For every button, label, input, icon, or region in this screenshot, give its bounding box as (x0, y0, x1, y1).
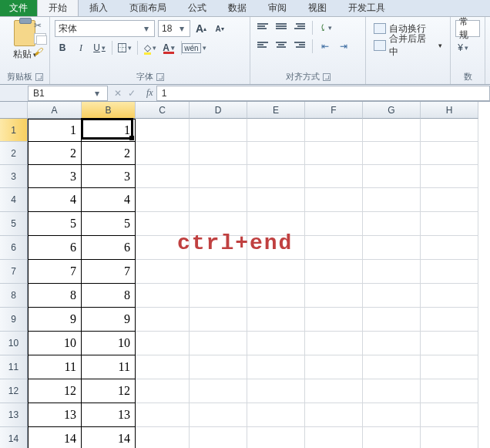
cell-F12[interactable] (305, 379, 363, 403)
cell-G4[interactable] (363, 188, 421, 212)
accept-icon[interactable]: ✓ (128, 88, 136, 99)
cell-H3[interactable] (421, 165, 478, 188)
cell-G9[interactable] (363, 308, 421, 332)
cell-E13[interactable] (247, 403, 305, 427)
cell-A10[interactable]: 10 (28, 332, 82, 355)
increase-font-button[interactable]: A▴ (193, 21, 209, 36)
cell-A11[interactable]: 11 (28, 355, 82, 379)
tab-review[interactable]: 审阅 (257, 0, 297, 16)
cell-E7[interactable] (247, 260, 305, 284)
cell-F10[interactable] (305, 332, 363, 355)
cell-A8[interactable]: 8 (28, 284, 82, 308)
border-button[interactable] (117, 40, 133, 56)
cell-E1[interactable] (247, 119, 305, 142)
font-name-combo[interactable]: 宋体▾ (55, 20, 155, 37)
name-box[interactable]: B1▾ (28, 86, 108, 101)
cell-D1[interactable] (190, 119, 247, 142)
cell-A9[interactable]: 9 (28, 308, 82, 332)
cell-A5[interactable]: 5 (28, 212, 82, 236)
column-header-G[interactable]: G (363, 102, 421, 119)
cell-B12[interactable]: 12 (82, 379, 136, 403)
cell-B2[interactable]: 2 (82, 142, 136, 165)
align-middle-button[interactable] (274, 20, 289, 35)
cell-F13[interactable] (305, 403, 363, 427)
cell-F6[interactable] (305, 236, 363, 260)
cell-H12[interactable] (421, 379, 478, 403)
cell-G8[interactable] (363, 284, 421, 308)
cell-H1[interactable] (421, 119, 478, 142)
row-header-1[interactable]: 1 (0, 119, 28, 142)
cell-F7[interactable] (305, 260, 363, 284)
orientation-button[interactable]: ⤹ (317, 20, 333, 35)
cell-C10[interactable] (136, 332, 190, 355)
cell-E2[interactable] (247, 142, 305, 165)
row-header-3[interactable]: 3 (0, 165, 28, 188)
cell-F3[interactable] (305, 165, 363, 188)
cell-A14[interactable]: 14 (28, 427, 82, 448)
bold-button[interactable]: B (55, 40, 70, 56)
cell-G11[interactable] (363, 355, 421, 379)
cell-C8[interactable] (136, 284, 190, 308)
row-header-11[interactable]: 11 (0, 355, 28, 379)
cell-E9[interactable] (247, 308, 305, 332)
cell-G2[interactable] (363, 142, 421, 165)
cells-area[interactable]: 11223344556677889910101111121213131414 (28, 119, 490, 448)
cell-E14[interactable] (247, 427, 305, 448)
cell-E12[interactable] (247, 379, 305, 403)
decrease-indent-button[interactable]: ⇤ (317, 39, 333, 54)
cell-D4[interactable] (190, 188, 247, 212)
cell-B13[interactable]: 13 (82, 403, 136, 427)
fill-color-button[interactable]: ◇ (143, 40, 158, 56)
column-header-B[interactable]: B (82, 102, 136, 119)
cell-D13[interactable] (190, 403, 247, 427)
cell-B6[interactable]: 6 (82, 236, 136, 260)
align-center-button[interactable] (274, 39, 289, 54)
row-header-10[interactable]: 10 (0, 332, 28, 355)
cell-H7[interactable] (421, 260, 478, 284)
cell-A3[interactable]: 3 (28, 165, 82, 188)
formula-input[interactable]: 1 (156, 86, 490, 101)
cell-H2[interactable] (421, 142, 478, 165)
phonetic-button[interactable]: wén (186, 40, 202, 56)
cell-G6[interactable] (363, 236, 421, 260)
tab-data[interactable]: 数据 (217, 0, 257, 16)
cell-B11[interactable]: 11 (82, 355, 136, 379)
underline-button[interactable]: U (92, 40, 107, 56)
font-size-combo[interactable]: 18▾ (158, 20, 190, 37)
dialog-launcher-icon[interactable] (35, 73, 43, 81)
cell-G12[interactable] (363, 379, 421, 403)
cell-B14[interactable]: 14 (82, 427, 136, 448)
row-header-7[interactable]: 7 (0, 260, 28, 284)
cell-B9[interactable]: 9 (82, 308, 136, 332)
cell-D9[interactable] (190, 308, 247, 332)
cell-F2[interactable] (305, 142, 363, 165)
cell-C11[interactable] (136, 355, 190, 379)
cell-F9[interactable] (305, 308, 363, 332)
tab-developer[interactable]: 开发工具 (337, 0, 396, 16)
cell-B3[interactable]: 3 (82, 165, 136, 188)
cell-A13[interactable]: 13 (28, 403, 82, 427)
cell-D12[interactable] (190, 379, 247, 403)
row-header-4[interactable]: 4 (0, 188, 28, 212)
row-header-2[interactable]: 2 (0, 142, 28, 165)
cell-B10[interactable]: 10 (82, 332, 136, 355)
cancel-icon[interactable]: ✕ (114, 88, 122, 99)
column-header-H[interactable]: H (421, 102, 478, 119)
fx-icon[interactable]: fx (146, 87, 153, 99)
cell-E10[interactable] (247, 332, 305, 355)
dialog-launcher-icon[interactable] (156, 73, 164, 81)
currency-button[interactable]: ¥ (455, 40, 471, 56)
align-left-button[interactable] (255, 39, 270, 54)
row-header-6[interactable]: 6 (0, 236, 28, 260)
cell-F11[interactable] (305, 355, 363, 379)
cell-E8[interactable] (247, 284, 305, 308)
cell-C13[interactable] (136, 403, 190, 427)
cell-C12[interactable] (136, 379, 190, 403)
cell-G13[interactable] (363, 403, 421, 427)
cell-B8[interactable]: 8 (82, 284, 136, 308)
tab-page-layout[interactable]: 页面布局 (119, 0, 177, 16)
cell-E4[interactable] (247, 188, 305, 212)
decrease-font-button[interactable]: A▾ (212, 21, 227, 36)
cell-H11[interactable] (421, 355, 478, 379)
cell-C9[interactable] (136, 308, 190, 332)
